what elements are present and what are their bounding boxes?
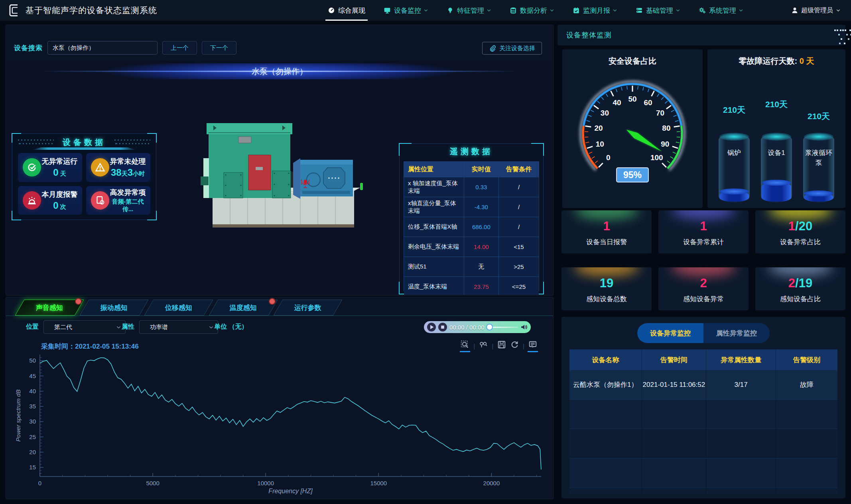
tank-days: 210天 (723, 104, 745, 116)
nav-item-1[interactable]: 设备监控 (384, 0, 428, 21)
stat-value: 1/20 (755, 219, 845, 233)
alarm-tab-0[interactable]: 设备异常监控 (637, 323, 703, 343)
position-select[interactable]: 第二代 (43, 320, 126, 334)
telemetry-row-2: 位移_泵体首端X轴686.00/ (404, 217, 539, 237)
svg-text:30: 30 (601, 109, 609, 117)
nav-item-3[interactable]: 数据分析 (510, 0, 554, 21)
gauge-title: 安全设备占比 (562, 49, 703, 67)
safe-device-gauge: 010203040506070809010095% (565, 70, 700, 201)
svg-text:15000: 15000 (370, 480, 387, 486)
3d-viewport[interactable]: 水泵（勿操作） (6, 60, 553, 295)
power-spectrum-chart[interactable]: 152025303540455005000100001500020000Freq… (14, 353, 548, 496)
card-value: 38天3小时 (109, 167, 146, 178)
volume-icon[interactable] (520, 324, 528, 331)
stat-value: 19 (561, 276, 652, 290)
svg-text:100: 100 (650, 153, 663, 162)
svg-text:0: 0 (38, 480, 41, 486)
zoom-reset-icon[interactable] (479, 340, 488, 351)
bulb-icon (447, 7, 454, 14)
chevron-down-icon (487, 8, 491, 13)
app-logo-icon (6, 2, 22, 18)
telemetry-row-3: 剩余电压_泵体末端14.00<15 (404, 237, 539, 257)
sensing-tab-2[interactable]: 位移感知 (144, 300, 213, 316)
stat-card-2: 1/20设备异常占比 (755, 210, 845, 253)
svg-text:10: 10 (596, 140, 604, 148)
prev-device-button[interactable]: 上一个 (162, 41, 197, 55)
chevron-down-icon (116, 325, 121, 330)
area-zoom-icon[interactable] (461, 340, 469, 351)
zero-fault-value: 0 天 (800, 57, 814, 65)
nav-item-0[interactable]: 综合展现 (328, 0, 365, 21)
restore-icon[interactable] (510, 340, 519, 351)
play-button[interactable] (427, 323, 436, 331)
gears-icon (699, 7, 706, 14)
position-label: 位置 (26, 323, 39, 331)
search-label: 设备搜索 (14, 43, 43, 53)
svg-text:35: 35 (29, 403, 36, 410)
card-label: 本月度报警 (41, 190, 78, 199)
data-view-icon[interactable] (528, 340, 537, 351)
nav-item-label: 综合展现 (338, 6, 365, 15)
svg-text:50: 50 (628, 95, 636, 103)
nav-item-label: 系统管理 (709, 6, 736, 15)
save-image-icon[interactable] (497, 340, 506, 351)
alarm-empty-row (569, 459, 837, 488)
tank-name: 浆液循环泵 (805, 148, 833, 168)
nav-item-5[interactable]: 基础管理 (636, 0, 680, 21)
svg-text:40: 40 (29, 388, 36, 394)
device-search-input[interactable] (47, 41, 158, 55)
dashboard-icon (328, 7, 335, 14)
attribute-label: 属性 (122, 323, 134, 331)
seek-slider[interactable] (487, 327, 518, 328)
chevron-down-icon (550, 8, 554, 13)
telemetry-table: 属性位置实时值告警条件x 轴加速度值_泵体末端0.33/x轴直流分量_泵体末端-… (404, 161, 539, 291)
stat-label: 设备异常累计 (658, 237, 749, 247)
sensing-tab-0[interactable]: 声音感知 (15, 300, 84, 316)
sensing-tab-3[interactable]: 温度感知 (209, 300, 278, 316)
alarm-table: 设备名称告警时间异常属性数量告警级别云酷水泵（勿操作1）2021-01-15 1… (569, 349, 837, 494)
nav-item-4[interactable]: 监测月报 (573, 0, 617, 21)
device-data-card-1: 异常未处理38天3小时 (86, 153, 150, 182)
alarm-empty-row (569, 400, 837, 429)
telemetry-panel: 遥测数据 属性位置实时值告警条件x 轴加速度值_泵体末端0.33/x轴直流分量_… (399, 143, 544, 294)
dashboard-page: 基于智能声学的设备状态监测系统 综合展现设备监控特征管理数据分析监测月报基础管理… (0, 0, 851, 504)
alarm-tabs: 设备异常监控属性异常监控 (637, 323, 770, 343)
pump-3d-model[interactable] (201, 120, 364, 235)
card-label: 高发异常项 (109, 188, 146, 197)
stat-card-0: 1设备当日报警 (561, 210, 652, 253)
stat-value: 1 (561, 219, 652, 233)
user-icon (791, 7, 798, 14)
monitor-icon (384, 7, 391, 14)
server-icon (636, 7, 643, 14)
stat-value: 2 (658, 276, 749, 290)
tank-list: 210天锅炉210天设备1210天浆液循环泵 (707, 71, 845, 202)
sensing-tab-1[interactable]: 振动感知 (79, 300, 148, 316)
alert-badge (75, 298, 82, 305)
nav-item-2[interactable]: 特征管理 (447, 0, 491, 21)
alarm-empty-row (569, 429, 837, 459)
alarm-tab-1[interactable]: 属性异常监控 (703, 323, 770, 343)
svg-text:50: 50 (29, 357, 36, 364)
sensing-panel: 声音感知振动感知位移感知温度感知运行参数 位置 第二代 属性 功率谱 单位 （无… (6, 297, 554, 499)
stat-label: 感知设备总数 (561, 294, 652, 304)
telemetry-row-0: x 轴加速度值_泵体末端0.33/ (404, 177, 539, 197)
nav-item-6[interactable]: 系统管理 (699, 0, 743, 21)
svg-text:0: 0 (606, 153, 611, 162)
attribute-select[interactable]: 功率谱 (139, 320, 218, 334)
nav-item-label: 监测月报 (583, 6, 610, 15)
next-device-button[interactable]: 下一个 (202, 41, 236, 55)
user-menu[interactable]: 超级管理员 (791, 6, 841, 15)
svg-text:20: 20 (594, 124, 603, 132)
device-data-card-2: 本月度报警0 次 (18, 186, 82, 215)
chevron-down-icon (836, 8, 841, 13)
sensing-tab-4[interactable]: 运行参数 (273, 300, 342, 316)
stop-button[interactable] (438, 323, 447, 331)
svg-text:60: 60 (644, 98, 652, 107)
file-alert-icon (91, 191, 109, 210)
seek-thumb[interactable] (486, 324, 493, 331)
unit-label: 单位 （无） (214, 323, 248, 331)
nav-item-label: 数据分析 (520, 6, 547, 15)
device-banner-title: 水泵（勿操作） (252, 66, 307, 77)
focus-device-select-button[interactable]: 关注设备选择 (482, 42, 542, 55)
playback-time: 00:00 / 00:00 (449, 324, 485, 331)
